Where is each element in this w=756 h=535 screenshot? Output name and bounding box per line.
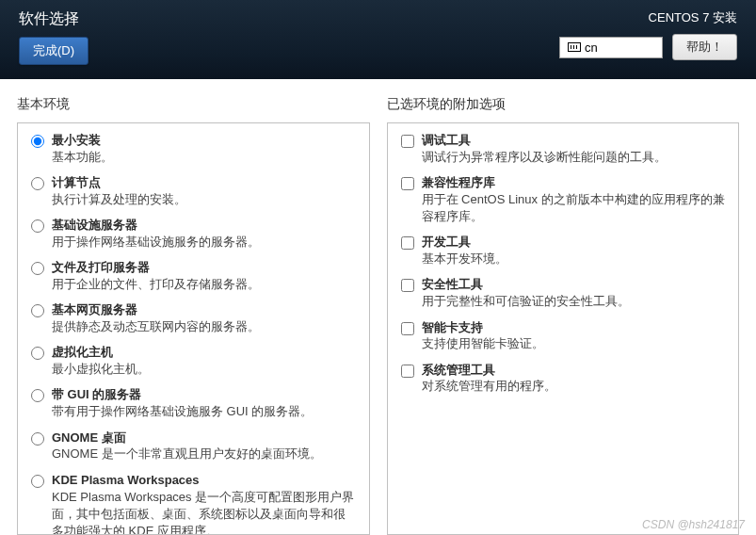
addon-option-label: 智能卡支持 xyxy=(422,320,726,336)
addon-option-label: 系统管理工具 xyxy=(422,363,726,379)
env-option[interactable]: 文件及打印服务器用于企业的文件、打印及存储服务器。 xyxy=(31,260,356,293)
addon-option-desc: 用于在 CentOS Linux 的之前版本中构建的应用程序的兼容程序库。 xyxy=(422,191,726,225)
addon-option[interactable]: 调试工具调试行为异常程序以及诊断性能问题的工具。 xyxy=(401,133,726,166)
env-option-text: 文件及打印服务器用于企业的文件、打印及存储服务器。 xyxy=(52,260,356,293)
addon-checkbox[interactable] xyxy=(401,135,414,148)
addons-panel: 调试工具调试行为异常程序以及诊断性能问题的工具。兼容性程序库用于在 CentOS… xyxy=(387,122,740,535)
env-option[interactable]: GNOME 桌面GNOME 是一个非常直观且用户友好的桌面环境。 xyxy=(31,430,356,463)
env-radio[interactable] xyxy=(31,219,44,233)
header-left: 软件选择 完成(D) xyxy=(19,9,88,79)
addon-option[interactable]: 开发工具基本开发环境。 xyxy=(401,235,726,268)
env-option[interactable]: KDE Plasma WorkspacesKDE Plasma Workspac… xyxy=(31,473,356,535)
addon-option[interactable]: 兼容性程序库用于在 CentOS Linux 的之前版本中构建的应用程序的兼容程… xyxy=(401,175,726,225)
lang-code: cn xyxy=(585,41,598,55)
env-option-label: 文件及打印服务器 xyxy=(52,260,356,276)
keyboard-layout-selector[interactable]: cn xyxy=(559,37,663,58)
env-option-label: 基本网页服务器 xyxy=(52,302,356,318)
addon-checkbox[interactable] xyxy=(401,365,414,378)
env-option[interactable]: 带 GUI 的服务器带有用于操作网络基础设施服务 GUI 的服务器。 xyxy=(31,387,356,420)
env-radio[interactable] xyxy=(31,304,44,317)
addon-option-text: 兼容性程序库用于在 CentOS Linux 的之前版本中构建的应用程序的兼容程… xyxy=(422,175,726,225)
addon-option-text: 开发工具基本开发环境。 xyxy=(422,235,726,268)
keyboard-icon xyxy=(568,42,581,52)
env-radio[interactable] xyxy=(31,177,44,190)
env-radio[interactable] xyxy=(31,262,44,275)
page-title: 软件选择 xyxy=(19,9,79,29)
env-option[interactable]: 计算节点执行计算及处理的安装。 xyxy=(31,175,356,208)
env-option-text: 基础设施服务器用于操作网络基础设施服务的服务器。 xyxy=(52,218,356,251)
env-option[interactable]: 基础设施服务器用于操作网络基础设施服务的服务器。 xyxy=(31,218,356,251)
addons-title: 已选环境的附加选项 xyxy=(387,96,740,113)
env-option-desc: 用于企业的文件、打印及存储服务器。 xyxy=(52,276,356,293)
env-option[interactable]: 基本网页服务器提供静态及动态互联网内容的服务器。 xyxy=(31,302,356,335)
env-option-desc: 最小虚拟化主机。 xyxy=(52,361,356,378)
addon-option-text: 系统管理工具对系统管理有用的程序。 xyxy=(422,363,726,396)
env-option-label: 计算节点 xyxy=(52,175,356,191)
install-title: CENTOS 7 安装 xyxy=(649,9,737,26)
addon-checkbox[interactable] xyxy=(401,177,414,190)
addon-option-label: 开发工具 xyxy=(422,235,726,251)
env-option-label: 基础设施服务器 xyxy=(52,218,356,234)
base-env-title: 基本环境 xyxy=(17,96,370,113)
addon-option-label: 兼容性程序库 xyxy=(422,175,726,191)
env-option-label: 虚拟化主机 xyxy=(52,345,356,361)
right-column: 已选环境的附加选项 调试工具调试行为异常程序以及诊断性能问题的工具。兼容性程序库… xyxy=(387,96,740,535)
addon-option-text: 安全性工具用于完整性和可信验证的安全性工具。 xyxy=(422,277,726,310)
env-radio[interactable] xyxy=(31,347,44,360)
env-option-text: KDE Plasma WorkspacesKDE Plasma Workspac… xyxy=(52,473,356,535)
addon-checkbox[interactable] xyxy=(401,279,414,292)
addon-option[interactable]: 系统管理工具对系统管理有用的程序。 xyxy=(401,363,726,396)
addon-option-text: 智能卡支持支持使用智能卡验证。 xyxy=(422,320,726,353)
env-option-text: 计算节点执行计算及处理的安装。 xyxy=(52,175,356,208)
done-button[interactable]: 完成(D) xyxy=(19,37,88,65)
env-option-text: 虚拟化主机最小虚拟化主机。 xyxy=(52,345,356,378)
addon-checkbox[interactable] xyxy=(401,236,414,250)
env-radio[interactable] xyxy=(31,432,44,446)
env-option-desc: 用于操作网络基础设施服务的服务器。 xyxy=(52,234,356,251)
env-radio[interactable] xyxy=(31,389,44,402)
env-option-label: 带 GUI 的服务器 xyxy=(52,387,356,403)
addon-option-desc: 调试行为异常程序以及诊断性能问题的工具。 xyxy=(422,149,726,166)
env-option-desc: GNOME 是一个非常直观且用户友好的桌面环境。 xyxy=(52,446,356,462)
addon-option-label: 调试工具 xyxy=(422,133,726,149)
env-option[interactable]: 最小安装基本功能。 xyxy=(31,133,356,166)
env-option-text: 基本网页服务器提供静态及动态互联网内容的服务器。 xyxy=(52,302,356,335)
addon-option-desc: 支持使用智能卡验证。 xyxy=(422,335,726,352)
header-right: CENTOS 7 安装 cn 帮助！ xyxy=(559,9,737,79)
env-radio[interactable] xyxy=(31,475,44,488)
env-radio[interactable] xyxy=(31,135,44,148)
env-option[interactable]: 虚拟化主机最小虚拟化主机。 xyxy=(31,345,356,378)
addon-option-text: 调试工具调试行为异常程序以及诊断性能问题的工具。 xyxy=(422,133,726,166)
env-option-desc: 基本功能。 xyxy=(52,149,356,166)
env-option-desc: KDE Plasma Workspaces 是一个高度可配置图形用户界面，其中包… xyxy=(52,489,356,535)
addon-option-desc: 对系统管理有用的程序。 xyxy=(422,378,726,395)
env-option-label: 最小安装 xyxy=(52,133,356,149)
addon-checkbox[interactable] xyxy=(401,322,414,335)
installer-header: 软件选择 完成(D) CENTOS 7 安装 cn 帮助！ xyxy=(0,0,756,79)
env-option-label: KDE Plasma Workspaces xyxy=(52,473,356,489)
env-option-desc: 执行计算及处理的安装。 xyxy=(52,191,356,208)
base-env-panel: 最小安装基本功能。计算节点执行计算及处理的安装。基础设施服务器用于操作网络基础设… xyxy=(17,122,370,535)
env-option-text: 最小安装基本功能。 xyxy=(52,133,356,166)
addon-option-desc: 用于完整性和可信验证的安全性工具。 xyxy=(422,293,726,310)
env-option-text: 带 GUI 的服务器带有用于操作网络基础设施服务 GUI 的服务器。 xyxy=(52,387,356,420)
env-option-label: GNOME 桌面 xyxy=(52,430,356,446)
addon-option[interactable]: 安全性工具用于完整性和可信验证的安全性工具。 xyxy=(401,277,726,310)
addon-option-desc: 基本开发环境。 xyxy=(422,251,726,268)
env-option-desc: 带有用于操作网络基础设施服务 GUI 的服务器。 xyxy=(52,403,356,420)
header-controls: cn 帮助！ xyxy=(559,34,737,60)
left-column: 基本环境 最小安装基本功能。计算节点执行计算及处理的安装。基础设施服务器用于操作… xyxy=(17,96,370,535)
help-button[interactable]: 帮助！ xyxy=(672,34,737,60)
content-area: 基本环境 最小安装基本功能。计算节点执行计算及处理的安装。基础设施服务器用于操作… xyxy=(0,79,756,535)
addon-option-label: 安全性工具 xyxy=(422,277,726,293)
env-option-desc: 提供静态及动态互联网内容的服务器。 xyxy=(52,318,356,335)
addon-option[interactable]: 智能卡支持支持使用智能卡验证。 xyxy=(401,320,726,353)
env-option-text: GNOME 桌面GNOME 是一个非常直观且用户友好的桌面环境。 xyxy=(52,430,356,463)
